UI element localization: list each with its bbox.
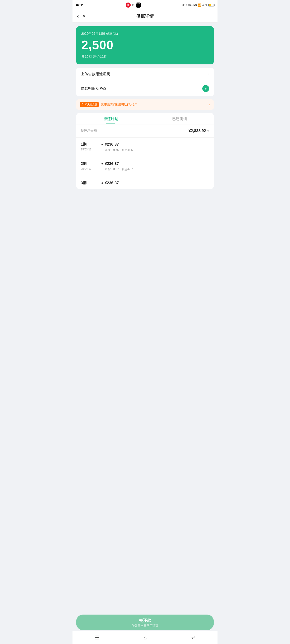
total-row[interactable]: 待还总金额 ¥2,838.92 ∨ (76, 124, 214, 138)
period-date-2: 25/04/13 (81, 167, 99, 170)
payment-dot-2 (102, 163, 103, 164)
main-content: 2025年02月13日 借款(元) 2,500 共12期 剩余12期 上传借款用… (73, 22, 217, 220)
loan-amount: 2,500 (81, 38, 209, 52)
battery-icon (208, 4, 214, 6)
payment-detail-3: ¥236.37 (99, 181, 209, 187)
period-num-2: 2期 (81, 162, 99, 166)
loan-date: 2025年02月13日 借款(元) (81, 32, 209, 36)
status-right: 0.10 KB/s 5G 📶 43% (182, 4, 214, 7)
close-button[interactable]: ✕ (82, 14, 86, 19)
tab-pending[interactable]: 待还计划 (76, 113, 145, 124)
plan-section: 待还计划 已还明细 待还总金额 ¥2,838.92 ∨ 1期 25/03/13 (76, 113, 214, 189)
tabs: 待还计划 已还明细 (76, 113, 214, 124)
payment-amount-3: ¥236.37 (105, 181, 119, 186)
payment-dot-3 (102, 182, 103, 184)
battery-percent: 43% (202, 4, 207, 6)
frisbee-icon: ⊙ (132, 3, 135, 7)
total-label: 待还总金额 (81, 129, 97, 133)
payment-dot-1 (102, 144, 103, 145)
loan-periods: 共12期 剩余12期 (81, 54, 209, 59)
status-app-icons: 微 ⊙ Soul (126, 2, 141, 8)
payment-item-2: 2期 25/04/13 ¥236.37 本金188.67 + 利息47.70 (81, 157, 209, 176)
period-num-1: 1期 (81, 142, 99, 147)
payment-detail-2: ¥236.37 本金188.67 + 利息47.70 (99, 162, 209, 171)
upload-arrow-icon: › (208, 72, 209, 76)
payment-period-3: 3期 (81, 181, 99, 186)
network-type: 5G (193, 4, 197, 6)
payment-period-1: 1期 25/03/13 (81, 142, 99, 151)
detail-row[interactable]: 借款明细及协议 ∨ (76, 81, 214, 96)
payment-amount-1: ¥236.37 (105, 142, 119, 147)
action-card: 上传借款用途证明 › 借款明细及协议 ∨ (76, 68, 214, 96)
upload-label: 上传借款用途证明 (81, 72, 110, 76)
payment-item-1: 1期 25/03/13 ¥236.37 本金189.75 + 利息46.62 (81, 138, 209, 157)
payment-amount-row-3: ¥236.37 (102, 181, 209, 186)
coupon-tag: 券 90天免息券 (80, 102, 99, 107)
payment-amount-row-1: ¥236.37 (102, 142, 209, 147)
tab-completed[interactable]: 已还明细 (145, 113, 214, 124)
network-speed: 0.10 KB/s (182, 4, 192, 6)
soul-icon: Soul (136, 2, 141, 8)
period-num-3: 3期 (81, 181, 99, 186)
total-chevron-icon: ∨ (207, 129, 209, 133)
upload-row[interactable]: 上传借款用途证明 › (76, 68, 214, 81)
signal-icon: 📶 (198, 4, 201, 7)
loan-card: 2025年02月13日 借款(元) 2,500 共12期 剩余12期 (76, 26, 214, 64)
status-bar: 07:11 微 ⊙ Soul 0.10 KB/s 5G 📶 43% (73, 0, 217, 10)
payment-detail-1: ¥236.37 本金189.75 + 利息46.62 (99, 142, 209, 152)
coupon-arrow-icon: › (209, 103, 210, 106)
detail-toggle-icon[interactable]: ∨ (202, 85, 209, 92)
payment-amount-row-2: ¥236.37 (102, 162, 209, 166)
back-button[interactable]: ‹ (77, 14, 79, 19)
page-title: 借据详情 (136, 13, 154, 19)
bottom-spacer (76, 189, 214, 217)
nav-bar: ‹ ✕ 借据详情 (73, 10, 217, 22)
coupon-tag-icon: 券 (81, 103, 84, 106)
payment-item-3: 3期 ¥236.37 (81, 176, 209, 189)
payment-period-2: 2期 25/04/13 (81, 162, 99, 170)
weibo-icon: 微 (126, 2, 131, 8)
payment-breakdown-2: 本金188.67 + 利息47.70 (102, 168, 209, 171)
payment-amount-2: ¥236.37 (105, 162, 119, 166)
battery-fill (209, 4, 211, 6)
coupon-tag-name: 90天免息券 (85, 103, 97, 106)
status-time: 07:11 (76, 4, 84, 7)
payment-list: 1期 25/03/13 ¥236.37 本金189.75 + 利息46.62 2… (76, 138, 214, 189)
payment-breakdown-1: 本金189.75 + 利息46.62 (102, 148, 209, 152)
coupon-banner[interactable]: 券 90天免息券 返现后无门槛提现137.49元 › (76, 99, 214, 110)
total-value: ¥2,838.92 ∨ (188, 128, 209, 133)
detail-label: 借款明细及协议 (81, 86, 107, 91)
coupon-text: 返现后无门槛提现137.49元 (101, 102, 207, 107)
period-date-1: 25/03/13 (81, 148, 99, 151)
